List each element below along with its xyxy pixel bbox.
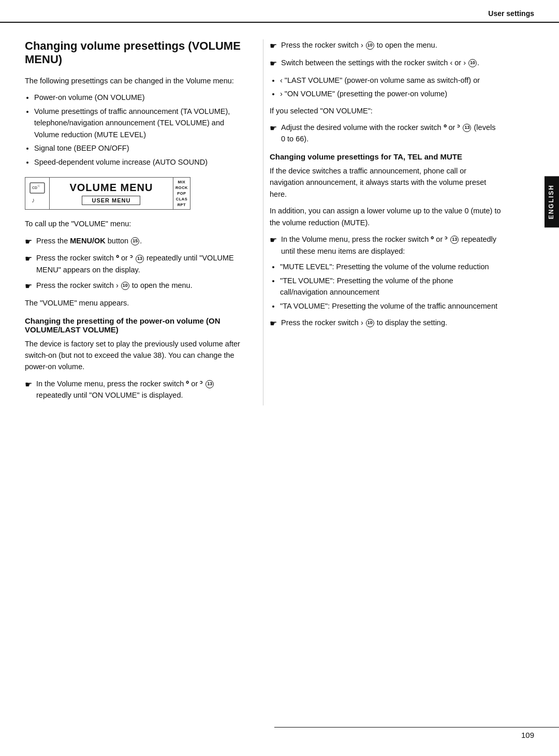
step-r1: ☛ Press the rocker switch › 10 to open t… (270, 39, 501, 53)
arrow-icon-r2: ☛ (270, 57, 277, 70)
arrow-icon-2: ☛ (25, 253, 32, 266)
circled-13d: 13 (450, 236, 459, 244)
circled-13c: 13 (463, 124, 471, 132)
sub-list-item-mute: "MUTE LEVEL": Presetting the volume of t… (280, 261, 501, 272)
circled-15: 15 (131, 237, 139, 245)
step-r2-text: Switch between the settings with the roc… (281, 57, 479, 68)
list-item: Volume presettings of traffic announceme… (34, 106, 246, 140)
main-content: Changing volume presettings (VOLUME MENU… (0, 23, 559, 405)
step-vol1: ☛ In the Volume menu, press the rocker s… (25, 378, 246, 401)
step-r3-text: Adjust the desired volume with the rocke… (281, 122, 501, 145)
step-r4: ☛ In the Volume menu, press the rocker s… (270, 234, 501, 257)
music-icon: ♪ (31, 196, 44, 205)
if-selected: If you selected "ON VOLUME": (270, 105, 501, 117)
arrow-icon-r3: ☛ (270, 122, 277, 135)
intro-text: The following presettings can be changed… (25, 75, 246, 86)
arrow-icon-r5: ☛ (270, 317, 277, 330)
volume-menu-title: VOLUME MENU (69, 182, 153, 194)
header-title: User settings (488, 9, 534, 18)
page-header: User settings (0, 0, 559, 23)
features-list: Power-on volume (ON VOLUME) Volume prese… (34, 92, 246, 168)
arrow-icon-vol1: ☛ (25, 379, 32, 391)
sub-list-item-tel: "TEL VOLUME": Presetting the volume of t… (280, 275, 501, 298)
cd-icon: CD C (30, 182, 45, 194)
step-r2: ☛ Switch between the settings with the r… (270, 57, 501, 70)
circled-13b: 13 (205, 380, 214, 388)
step-r3: ☛ Adjust the desired volume with the roc… (270, 122, 501, 145)
circled-10b: 10 (366, 41, 374, 50)
step-2-text: Press the rocker switch ᵒ or ᵓ 13 repeat… (36, 252, 246, 275)
step-1: ☛ Press the MENU/OK button 15. (25, 235, 246, 249)
svg-text:♪: ♪ (32, 196, 35, 204)
page-footer: 109 (521, 731, 534, 739)
pop-label: POP (175, 191, 188, 196)
step-3-text: Press the rocker switch › 10 to open the… (36, 280, 193, 291)
volume-menu-center: VOLUME MENU USER MENU (50, 178, 173, 209)
arrow-icon-r1: ☛ (270, 40, 277, 53)
arrow-icon-r4: ☛ (270, 234, 277, 247)
step-r5: ☛ Press the rocker switch › 10 to displa… (270, 317, 501, 330)
para1: The device is factory set to play the pr… (25, 338, 246, 373)
circled-13a: 13 (136, 255, 144, 263)
footer-line (274, 727, 559, 728)
sub-list-1: ‹ "LAST VOLUME" (power-on volume same as… (280, 75, 501, 100)
mix-label: MIX (175, 180, 188, 184)
list-item: Speed-dependent volume increase (AUTO SO… (34, 156, 246, 168)
page-container: User settings ENGLISH Changing volume pr… (0, 0, 559, 756)
sub-list-item-1: ‹ "LAST VOLUME" (power-on volume same as… (280, 75, 501, 86)
left-column: Changing volume presettings (VOLUME MENU… (25, 39, 263, 405)
step-1-text: Press the MENU/OK button 15. (36, 235, 142, 246)
svg-text:C: C (38, 184, 40, 187)
sub-list-2: "MUTE LEVEL": Presetting the volume of t… (280, 261, 501, 312)
rock-label: ROCK (175, 185, 188, 190)
sub-list-item-2: › "ON VOLUME" (presetting the power-on v… (280, 88, 501, 99)
side-tab: ENGLISH (545, 176, 559, 227)
circled-10a: 10 (121, 282, 129, 290)
step-2: ☛ Press the rocker switch ᵒ or ᵓ 13 repe… (25, 252, 246, 275)
volume-menu-right-labels: MIX ROCK POP CLAS RPT (173, 178, 190, 209)
subheading-ta-tel-mute: Changing volume presettings for TA, TEL … (270, 152, 501, 161)
clas-label: CLAS (175, 197, 188, 201)
to-call-up: To call up the "VOLUME" menu: (25, 218, 246, 229)
arrow-icon-1: ☛ (25, 236, 32, 249)
para2: If the device switches a traffic announc… (270, 165, 501, 200)
step-vol1-text: In the Volume menu, press the rocker swi… (36, 378, 246, 401)
step-r5-text: Press the rocker switch › 10 to display … (281, 317, 447, 328)
user-menu-label: USER MENU (82, 196, 140, 205)
volume-menu-icons: CD C ♪ (25, 178, 50, 209)
subheading-on-volume: Changing the presetting of the power-on … (25, 316, 246, 334)
list-item: Signal tone (BEEP ON/OFF) (34, 142, 246, 154)
sub-list-item-ta: "TA VOLUME": Presetting the volume of th… (280, 300, 501, 312)
para3: In addition, you can assign a lower volu… (270, 205, 501, 228)
circled-10c: 10 (468, 59, 477, 67)
step-3: ☛ Press the rocker switch › 10 to open t… (25, 280, 246, 293)
step-r4-text: In the Volume menu, press the rocker swi… (281, 234, 501, 257)
list-item: Power-on volume (ON VOLUME) (34, 92, 246, 103)
page-number: 109 (521, 731, 534, 739)
step-r1-text: Press the rocker switch › 10 to open the… (281, 39, 437, 51)
main-heading: Changing volume presettings (VOLUME MENU… (25, 39, 246, 67)
arrow-icon-3: ☛ (25, 280, 32, 293)
svg-text:CD: CD (32, 186, 37, 190)
volume-appears: The "VOLUME" menu appears. (25, 297, 246, 309)
volume-menu-image: CD C ♪ VOLUME MENU USER MENU MIX ROCK PO… (25, 177, 190, 210)
right-column: ☛ Press the rocker switch › 10 to open t… (263, 39, 501, 405)
circled-10d: 10 (366, 319, 374, 327)
rpt-label: RPT (175, 202, 188, 207)
